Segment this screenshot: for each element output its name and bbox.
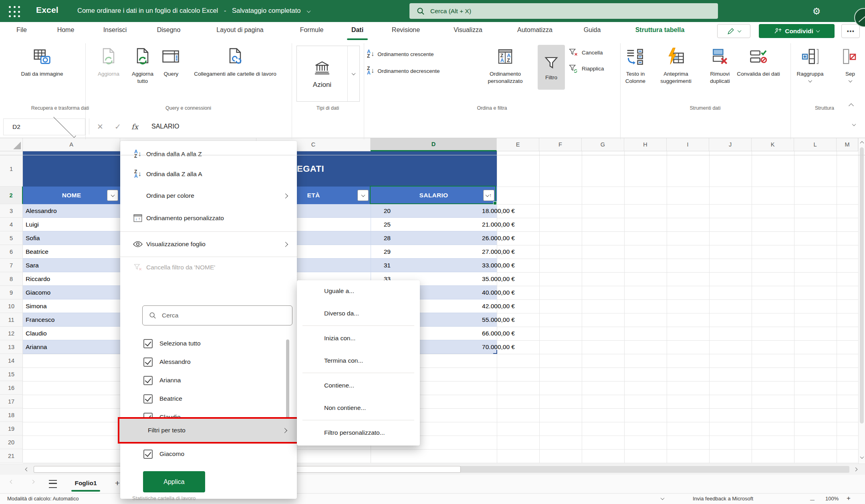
- scroll-down-icon[interactable]: [860, 455, 864, 459]
- scroll-left-icon[interactable]: [25, 468, 29, 472]
- row-header-15[interactable]: 15: [0, 367, 23, 381]
- row-header-9[interactable]: 9: [0, 286, 23, 299]
- row-header-8[interactable]: 8: [0, 272, 23, 286]
- tab-guida[interactable]: Guida: [584, 26, 601, 34]
- tab-formule[interactable]: Formule: [300, 26, 324, 34]
- column-header-H[interactable]: H: [624, 138, 667, 151]
- calc-mode-label[interactable]: Modalità di calcolo: Automatico: [7, 496, 79, 502]
- column-header-G[interactable]: G: [582, 138, 624, 151]
- share-button[interactable]: Condividi: [759, 24, 835, 38]
- expand-formula-bar-icon[interactable]: [852, 122, 856, 126]
- row-header-2[interactable]: 2: [0, 187, 23, 204]
- row-header-1[interactable]: 1: [0, 151, 23, 187]
- row-header-11[interactable]: 11: [0, 313, 23, 327]
- zoom-level[interactable]: 100%: [825, 496, 839, 502]
- tab-automatizza[interactable]: Automatizza: [517, 26, 552, 34]
- row-header-10[interactable]: 10: [0, 299, 23, 313]
- submenu-item-non-contiene[interactable]: Non contiene...: [297, 399, 420, 417]
- ungroup-button[interactable]: Sep: [840, 45, 861, 82]
- vertical-scroll-thumb[interactable]: [860, 147, 864, 424]
- cell-name[interactable]: Beatrice: [26, 245, 48, 258]
- workbook-stats-label[interactable]: Statistiche cartella di lavoro: [132, 495, 196, 501]
- nome-filter-button[interactable]: [107, 190, 118, 201]
- flash-fill-button[interactable]: Anteprima suggerimenti: [650, 45, 702, 85]
- filter-checkbox-arianna[interactable]: Arianna: [143, 375, 181, 386]
- fill-handle[interactable]: [493, 201, 497, 205]
- menu-item-2[interactable]: Ordina per colore: [120, 185, 297, 207]
- status-options-chevron-icon[interactable]: [661, 496, 665, 500]
- filter-search-box[interactable]: Cerca: [142, 305, 292, 325]
- column-header-L[interactable]: L: [794, 138, 837, 151]
- cell-salary[interactable]: 33.000,00 €: [393, 259, 515, 272]
- tab-inserisci[interactable]: Inserisci: [103, 26, 127, 34]
- column-header-A[interactable]: A: [23, 138, 120, 151]
- sheet-tab-foglio1[interactable]: Foglio1: [69, 476, 103, 490]
- tab-visualizza[interactable]: Visualizza: [454, 26, 482, 34]
- row-header-18[interactable]: 18: [0, 408, 23, 422]
- formula-input[interactable]: SALARIO: [151, 118, 179, 135]
- cell-salary[interactable]: 18.000,00 €: [393, 204, 515, 217]
- row-header-4[interactable]: 4: [0, 218, 23, 231]
- row-header-13[interactable]: 13: [0, 340, 23, 354]
- filter-checkbox-alessandro[interactable]: Alessandro: [143, 356, 191, 367]
- data-types-actions-button[interactable]: Azioni: [296, 46, 360, 102]
- tab-struttura-tabella[interactable]: Struttura tabella: [635, 26, 685, 34]
- more-options-button[interactable]: [841, 24, 860, 38]
- cell-name[interactable]: Sara: [26, 259, 39, 272]
- eta-filter-button[interactable]: [357, 190, 369, 201]
- cell-name[interactable]: Simona: [26, 299, 47, 313]
- refresh-button[interactable]: Aggiorna: [98, 45, 119, 78]
- sort-descending-button[interactable]: ZA↓ Ordinamento decrescente: [367, 66, 440, 75]
- vertical-scrollbar[interactable]: [858, 138, 865, 464]
- column-header-D[interactable]: D: [371, 138, 497, 151]
- column-header-K[interactable]: K: [752, 138, 794, 151]
- tab-file[interactable]: File: [16, 26, 27, 34]
- row-header-19[interactable]: 19: [0, 422, 23, 436]
- row-header-12[interactable]: 12: [0, 327, 23, 340]
- all-sheets-icon[interactable]: [49, 480, 57, 488]
- app-launcher-icon[interactable]: [8, 5, 22, 19]
- checkbox-checked-icon[interactable]: [143, 394, 153, 404]
- checkbox-checked-icon[interactable]: [143, 339, 153, 348]
- checkbox-checked-icon[interactable]: [143, 357, 153, 367]
- collapse-ribbon-icon[interactable]: [849, 103, 854, 108]
- cell-salary[interactable]: 27.000,00 €: [393, 245, 515, 258]
- row-header-5[interactable]: 5: [0, 231, 23, 245]
- cell-name[interactable]: Alessandro: [26, 204, 57, 217]
- tab-disegno[interactable]: Disegno: [157, 26, 181, 34]
- row-header-21[interactable]: 21: [0, 449, 23, 463]
- feedback-link[interactable]: Invia feedback a Microsoft: [693, 496, 753, 502]
- filter-checkbox-beatrice[interactable]: Beatrice: [143, 393, 182, 404]
- menu-item-3[interactable]: ↓↑Ordinamento personalizzato: [120, 207, 297, 229]
- menu-item-5[interactable]: Cancella filtro da 'NOME': [120, 258, 297, 277]
- actions-chevron[interactable]: [347, 46, 359, 101]
- cell-salary[interactable]: 21.000,00 €: [393, 218, 515, 231]
- row-header-16[interactable]: 16: [0, 381, 23, 395]
- apply-button[interactable]: Applica: [143, 471, 205, 492]
- menu-item-1[interactable]: ZA↓Ordina dalla Z alla A: [120, 164, 297, 184]
- data-from-picture-button[interactable]: Dati da immagine: [20, 45, 64, 78]
- cell-name[interactable]: Luigi: [26, 218, 39, 231]
- row-header-17[interactable]: 17: [0, 395, 23, 408]
- column-header-I[interactable]: I: [667, 138, 709, 151]
- cell-name[interactable]: Sofia: [26, 231, 40, 245]
- zoom-out-icon[interactable]: [810, 496, 815, 502]
- column-header-F[interactable]: F: [539, 138, 582, 151]
- editing-mode-button[interactable]: [717, 24, 750, 38]
- row-header-6[interactable]: 6: [0, 245, 23, 259]
- name-box[interactable]: D2: [3, 118, 85, 135]
- column-header-M[interactable]: M: [837, 138, 858, 151]
- previous-sheet-icon[interactable]: [10, 480, 14, 484]
- table-resize-handle[interactable]: [493, 350, 497, 354]
- tab-dati[interactable]: Dati: [351, 26, 363, 34]
- group-button[interactable]: Raggruppa: [797, 45, 824, 82]
- row-header-14[interactable]: 14: [0, 354, 23, 367]
- cell-name[interactable]: Arianna: [26, 340, 47, 353]
- filter-checkbox-giacomo[interactable]: Giacomo: [143, 448, 184, 460]
- scroll-right-icon[interactable]: [854, 468, 858, 472]
- menu-item-0[interactable]: AZ↓Ordina dalla A alla Z: [120, 144, 297, 164]
- reapply-filter-button[interactable]: Riapplica: [568, 63, 604, 74]
- text-to-columns-button[interactable]: Testo in Colonne: [617, 45, 653, 85]
- header-cell-nome[interactable]: NOME: [23, 187, 120, 204]
- cell-name[interactable]: Riccardo: [26, 272, 50, 285]
